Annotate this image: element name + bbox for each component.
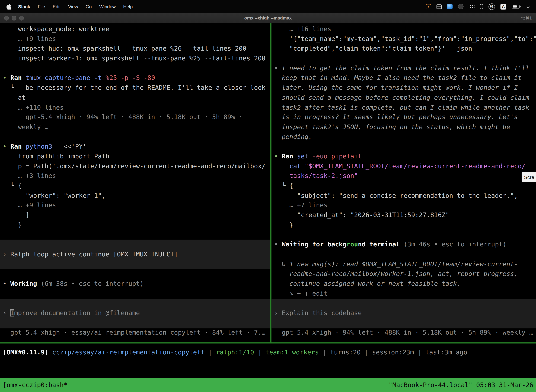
status-segment: cczip/essay/ai-reimplementation-copyleft <box>52 349 205 356</box>
terminal-text-segment: gpt-5.4 xhigh · essay/ai-reimplementatio… <box>3 329 266 336</box>
terminal-text-segment: from pathlib import Path <box>3 153 109 160</box>
terminal-text-segment: nd terminal <box>358 241 404 248</box>
apple-icon[interactable] <box>5 4 13 9</box>
terminal-line-left: inspect_worker-1: omx sparkshell --tmux-… <box>0 54 270 63</box>
terminal-text-segment <box>274 163 289 170</box>
terminal-text-segment: └ { <box>3 182 22 189</box>
terminal-line-right: └ { <box>271 181 536 191</box>
terminal-text-segment: } <box>3 221 22 228</box>
menu-item-slack[interactable]: Slack <box>13 4 34 9</box>
terminal-text-segment: Ran <box>10 74 26 81</box>
status-segment: | <box>414 349 425 356</box>
input-source-icon[interactable]: A <box>500 4 506 9</box>
terminal-text-segment: Explain this codebase <box>282 309 362 317</box>
terminal-line-left <box>0 240 270 250</box>
window-titlebar[interactable]: omx --xhigh --madmax ⌥⌘1 <box>0 13 536 23</box>
grid-icon[interactable] <box>436 4 442 9</box>
terminal-text-segment: Ran <box>282 153 297 160</box>
terminal-line-left: weekly … <box>0 122 270 132</box>
terminal-line-right: later. Using the same for transition mig… <box>271 83 536 93</box>
omx-status-line: [OMX#0.11.9] cczip/essay/ai-reimplementa… <box>0 344 536 369</box>
terminal-line-left <box>0 230 270 240</box>
terminal-text-segment: └ be necessary for the end of the README… <box>3 84 266 91</box>
terminal-line-left: … +3 lines <box>0 171 270 181</box>
wifi-icon[interactable] <box>525 4 531 9</box>
terminal-line-left: └ { <box>0 181 270 191</box>
terminal-line-right <box>271 318 536 328</box>
menu-item-help[interactable]: Help <box>120 4 136 9</box>
terminal-line-left: › Improve documentation in @filename <box>0 308 270 318</box>
terminal-text-segment: %25 -p -S -80 <box>105 74 155 81</box>
terminal-text-segment: • <box>3 74 10 81</box>
terminal-text-segment: › <box>3 309 10 317</box>
terminal-line-right: task2 after task1 is complete, but can I… <box>271 103 536 112</box>
terminal-text-segment: pending. <box>274 133 312 140</box>
terminal-text-segment: tmux capture-pane -t <box>25 74 105 81</box>
terminal-content[interactable]: workspace_mode: worktree … +9 lines insp… <box>0 23 536 342</box>
terminal-text-segment: "$OMX_TEAM_STATE_ROOT/team/review-curren… <box>305 163 526 170</box>
menu-item-window[interactable]: Window <box>96 4 120 9</box>
minimize-button[interactable] <box>12 15 16 20</box>
terminal-text-segment: "subject": "send a concise recommendatio… <box>274 192 518 199</box>
dots-grid-icon[interactable] <box>469 4 474 9</box>
dark-app-icon[interactable] <box>458 4 464 9</box>
terminal-line-left: inspect_hud: omx sparkshell --tmux-pane … <box>0 44 270 54</box>
menu-item-file[interactable]: File <box>34 4 49 9</box>
key-icon[interactable] <box>480 4 483 9</box>
terminal-line-left <box>0 289 270 299</box>
terminal-text-segment: '{"team_name":"my-team","task_id":"1","f… <box>274 35 536 42</box>
terminal-text-segment: "completed","claim_token":"claim-token"}… <box>274 45 472 52</box>
terminal-line-right: • I need to get the claim token from the… <box>271 63 536 73</box>
menu-item-edit[interactable]: Edit <box>49 4 64 9</box>
terminal-line-right: tasks/task-2.json" <box>271 171 536 181</box>
terminal-window: omx --xhigh --madmax ⌥⌘1 workspace_mode:… <box>0 13 536 392</box>
terminal-line-right: } <box>271 220 536 230</box>
terminal-text-segment: Waiting for backg <box>282 241 346 248</box>
terminal-line-right: cat "$OMX_TEAM_STATE_ROOT/team/review-cu… <box>271 161 536 171</box>
terminal-text-segment: inspect_worker-1: omx sparkshell --tmux-… <box>3 55 266 62</box>
terminal-line-left: … +9 lines <box>0 34 270 44</box>
terminal-text-segment: … +7 lines <box>274 202 327 209</box>
status-segment: | <box>205 349 216 356</box>
menu-items: SlackFileEditViewGoWindowHelp <box>13 4 136 9</box>
terminal-text-segment: … +3 lines <box>3 172 56 179</box>
traffic-lights <box>0 15 24 20</box>
terminal-text-segment: inspect task2's JSON, focusing on the st… <box>274 123 510 131</box>
terminal-text-segment: └ { <box>274 182 293 189</box>
status-segment: | <box>361 349 372 356</box>
menu-item-go[interactable]: Go <box>82 4 96 9</box>
battery-badge[interactable]: 61 <box>488 3 495 10</box>
terminal-text-segment: readme-and-reco/mailbox/worker-1.json, a… <box>274 270 518 277</box>
terminal-line-right: readme-and-reco/mailbox/worker-1.json, a… <box>271 269 536 279</box>
terminal-line-left <box>0 318 270 328</box>
tmux-status-bar: [omx-cczip0:bash* "MacBook-Pro-44.local"… <box>0 378 536 392</box>
terminal-text-segment: gpt-5.4 xhigh · 94% left · 488K in · 5.1… <box>274 329 533 336</box>
menu-item-view[interactable]: View <box>64 4 82 9</box>
terminal-text-segment: (6m 38s • esc to interrupt) <box>41 280 144 287</box>
terminal-line-right: inspect task2's JSON, focusing on the st… <box>271 122 536 132</box>
screen: SlackFileEditViewGoWindowHelp 61A omx --… <box>0 0 536 392</box>
terminal-line-left: • Working (6m 38s • esc to interrupt) <box>0 279 270 289</box>
terminal-text-segment: I need to get the claim token from the c… <box>282 65 529 72</box>
terminal-line-right: should send a message before completing … <box>271 93 536 103</box>
terminal-line-right: • Waiting for background terminal (3m 46… <box>271 240 536 250</box>
terminal-line-right: ⌥ + ↑ edit <box>271 289 536 299</box>
window-title: omx --xhigh --madmax <box>0 15 536 20</box>
terminal-text-segment: continue assigned work or next feasible … <box>274 280 461 287</box>
screen-recording-icon[interactable] <box>426 4 431 9</box>
terminal-line-right: pending. <box>271 132 536 142</box>
battery-icon[interactable] <box>512 5 520 8</box>
tmux-host-clock: "MacBook-Pro-44.local" 05:03 31-Mar-26 <box>389 381 533 388</box>
blue-app-icon[interactable] <box>447 4 453 9</box>
terminal-text-segment: • <box>274 65 282 72</box>
status-segment: last:3m ago <box>425 349 467 356</box>
zoom-button[interactable] <box>19 15 24 20</box>
terminal-line-left: … +9 lines <box>0 201 270 210</box>
terminal-line-left <box>0 63 270 73</box>
terminal-line-right: "completed","claim_token":"claim-token"}… <box>271 44 536 54</box>
terminal-text-segment: weekly … <box>3 123 48 131</box>
terminal-text-segment: … +9 lines <box>3 202 56 209</box>
close-button[interactable] <box>4 15 9 20</box>
menu-status-icons: 61A <box>426 3 531 10</box>
terminal-line-left: • Ran tmux capture-pane -t %25 -p -S -80 <box>0 73 270 83</box>
